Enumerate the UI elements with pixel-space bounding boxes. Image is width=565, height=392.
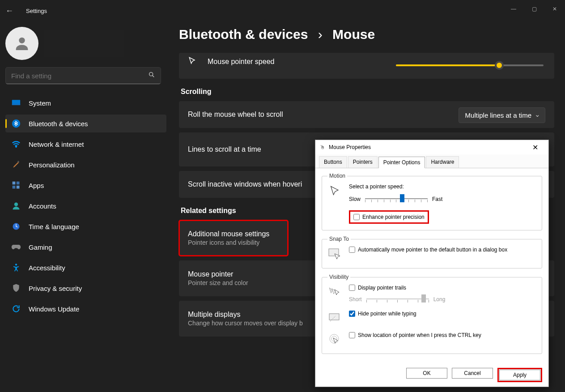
- pointer-speed-label: Mouse pointer speed: [208, 58, 274, 66]
- svg-rect-4: [12, 104, 20, 105]
- enhance-precision-checkbox[interactable]: Enhance pointer precision: [351, 212, 427, 222]
- motion-label: Select a pointer speed:: [349, 183, 536, 190]
- ok-button[interactable]: OK: [406, 368, 447, 379]
- svg-point-14: [15, 264, 17, 265]
- nav-accounts[interactable]: Accounts: [5, 197, 166, 215]
- motion-slider-thumb[interactable]: [400, 194, 404, 202]
- ctrl-locate-input[interactable]: [349, 332, 355, 338]
- window-title: Settings: [26, 8, 47, 14]
- trails-icon: [327, 285, 343, 300]
- maximize-button[interactable]: ▢: [524, 0, 544, 18]
- close-button[interactable]: ✕: [544, 0, 565, 18]
- breadcrumb: Bluetooth & devices › Mouse: [179, 27, 554, 42]
- nav-time-language[interactable]: Time & language: [5, 217, 166, 235]
- avatar: [5, 27, 38, 60]
- svg-rect-10: [13, 186, 16, 189]
- nav-apps[interactable]: Apps: [5, 176, 166, 194]
- person-icon: [11, 200, 21, 211]
- dialog-titlebar[interactable]: 🖱 Mouse Properties ✕: [315, 140, 548, 154]
- nav-bluetooth-devices[interactable]: Bluetooth & devices: [5, 115, 166, 132]
- svg-rect-16: [329, 314, 339, 320]
- svg-point-0: [19, 38, 25, 43]
- panel-roll-wheel[interactable]: Roll the mouse wheel to scroll Multiple …: [179, 101, 554, 128]
- svg-rect-8: [13, 182, 16, 185]
- brush-icon: [11, 159, 21, 170]
- breadcrumb-parent[interactable]: Bluetooth & devices: [179, 27, 308, 42]
- tab-hardware[interactable]: Hardware: [426, 156, 459, 168]
- nav-list: System Bluetooth & devices Network & int…: [5, 94, 166, 318]
- tab-buttons[interactable]: Buttons: [319, 156, 347, 168]
- nav-gaming[interactable]: Gaming: [5, 238, 166, 256]
- pointer-speed-slider[interactable]: [396, 64, 544, 66]
- ctrl-locate-icon: [327, 332, 343, 347]
- search-input-wrapper[interactable]: [5, 67, 161, 84]
- minimize-button[interactable]: —: [503, 0, 524, 18]
- nav-personalization[interactable]: Personalization: [5, 156, 166, 174]
- trails-checkbox[interactable]: Display pointer trails: [349, 285, 536, 291]
- svg-point-6: [16, 146, 17, 147]
- breadcrumb-sep: ›: [318, 27, 323, 42]
- hide-typing-checkbox[interactable]: Hide pointer while typing: [349, 311, 416, 317]
- nav-privacy-security[interactable]: Privacy & security: [5, 279, 166, 297]
- nav-accessibility[interactable]: Accessibility: [5, 259, 166, 277]
- snapto-checkbox[interactable]: Automatically move pointer to the defaul…: [349, 247, 536, 253]
- profile-name-placeholder: [44, 30, 124, 57]
- bluetooth-icon: [11, 118, 21, 129]
- panel-pointer-speed: Mouse pointer speed: [179, 53, 554, 79]
- mouse-properties-dialog: 🖱 Mouse Properties ✕ Buttons Pointers Po…: [315, 140, 549, 387]
- motion-group: Motion Select a pointer speed: Slow Fast: [322, 173, 542, 230]
- update-icon: [11, 303, 21, 314]
- svg-rect-9: [17, 182, 20, 185]
- snapto-group: Snap To Automatically move pointer to th…: [322, 236, 542, 268]
- nav-system[interactable]: System: [5, 94, 166, 112]
- mouse-icon: 🖱: [320, 144, 325, 150]
- snapto-input[interactable]: [349, 247, 355, 253]
- svg-point-12: [14, 203, 18, 206]
- search-input[interactable]: [11, 72, 148, 80]
- svg-point-1: [149, 72, 153, 76]
- section-scrolling: Scrolling: [181, 88, 554, 96]
- dialog-close-button[interactable]: ✕: [526, 143, 544, 152]
- svg-line-2: [153, 76, 154, 77]
- tab-pointers[interactable]: Pointers: [348, 156, 378, 168]
- breadcrumb-current: Mouse: [332, 27, 375, 42]
- dialog-title: Mouse Properties: [329, 144, 371, 150]
- hide-typing-input[interactable]: [349, 311, 355, 317]
- back-button[interactable]: ←: [5, 6, 18, 16]
- panel-additional-mouse-settings[interactable]: Additional mouse settings Pointer icons …: [179, 220, 288, 256]
- shield-icon: [11, 283, 21, 294]
- snap-icon: [327, 247, 343, 262]
- cursor-icon: [188, 56, 200, 67]
- nav-network[interactable]: Network & internet: [5, 135, 166, 153]
- trails-input[interactable]: [349, 285, 355, 291]
- wifi-icon: [11, 139, 21, 149]
- apply-button[interactable]: Apply: [499, 370, 540, 380]
- monitor-icon: [11, 98, 21, 108]
- profile-section[interactable]: [5, 27, 166, 60]
- ctrl-locate-checkbox[interactable]: Show location of pointer when I press th…: [349, 332, 481, 338]
- cancel-button[interactable]: Cancel: [452, 368, 493, 379]
- visibility-group: Visibility Display pointer trails Short: [322, 274, 542, 354]
- search-icon: [148, 71, 155, 80]
- roll-dropdown[interactable]: Multiple lines at a time: [459, 107, 545, 123]
- nav-windows-update[interactable]: Windows Update: [5, 300, 166, 318]
- motion-speed-slider[interactable]: [365, 194, 428, 204]
- hide-typing-icon: [327, 311, 343, 326]
- slider-thumb[interactable]: [495, 61, 504, 70]
- enhance-precision-input[interactable]: [353, 214, 360, 220]
- svg-rect-11: [17, 186, 20, 189]
- gamepad-icon: [11, 242, 21, 252]
- pointer-arrow-icon: [327, 183, 343, 199]
- tab-pointer-options[interactable]: Pointer Options: [378, 157, 425, 168]
- clock-globe-icon: [11, 221, 21, 232]
- trails-length-slider: [366, 294, 429, 304]
- accessibility-icon: [11, 262, 21, 273]
- dialog-tabs: Buttons Pointers Pointer Options Hardwar…: [315, 154, 548, 168]
- apps-icon: [11, 180, 21, 191]
